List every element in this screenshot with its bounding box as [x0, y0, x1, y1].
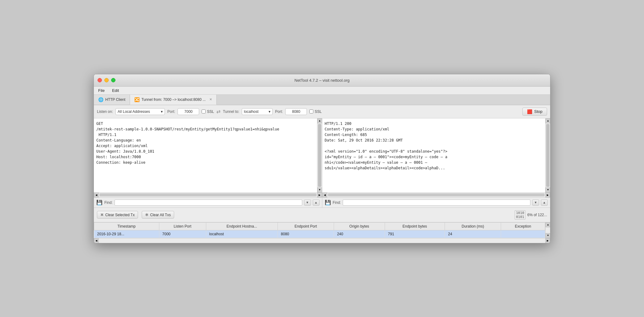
tab-http-client[interactable]: 🌐 HTTP Client: [94, 95, 130, 105]
stop-button[interactable]: 🟥 Stop: [522, 108, 547, 116]
cell-timestamp: 2016-10-29 18...: [94, 230, 159, 238]
window-title: NetTool 4.7.2 – visit nettool.org: [295, 78, 350, 83]
left-vscroll-down[interactable]: ▼: [317, 187, 322, 192]
right-vscroll-down[interactable]: ▼: [546, 187, 550, 192]
cell-duration: 24: [445, 230, 501, 238]
right-find-label: Find:: [333, 200, 341, 205]
right-find-up[interactable]: ▲: [541, 200, 548, 206]
ssl-checkbox-group-right: SSL: [309, 109, 322, 114]
cell-listen-port: 7000: [159, 230, 206, 238]
listen-port-input[interactable]: [178, 108, 199, 115]
table-with-scrollbar: Timestamp Listen Port Endpoint Hostna...…: [94, 222, 550, 238]
tabs-bar: 🌐 HTTP Client 🔀 Tunnel from: 7000 –> loc…: [94, 95, 550, 105]
tunnel-port-label: Port:: [275, 109, 283, 114]
col-duration: Duration (ms): [445, 222, 501, 230]
table-vscroll-down[interactable]: ▼: [546, 233, 550, 238]
menu-file[interactable]: File: [97, 88, 106, 93]
right-hscroll-right[interactable]: ▶: [545, 192, 550, 197]
col-endpoint-bytes: Endpoint bytes: [385, 222, 445, 230]
tunnel-arrows-icon: ⇄: [216, 109, 220, 114]
tunnel-host-select[interactable]: localhost ▾: [242, 108, 273, 115]
right-pane-vscrollbar[interactable]: ▲ ▼: [545, 118, 550, 192]
listen-address-chevron: ▾: [161, 109, 163, 114]
left-vscroll-thumb[interactable]: [318, 124, 321, 187]
table-vscroll-up[interactable]: ▲: [546, 222, 550, 227]
left-find-label: Find:: [104, 200, 113, 205]
clear-all-button[interactable]: ✱ Clear All Txs: [142, 211, 174, 219]
table-row[interactable]: 2016-10-29 18... 7000 localhost 8080 240…: [94, 230, 545, 238]
minimize-button[interactable]: [104, 78, 109, 82]
table-hscroll-track: [99, 238, 545, 243]
right-pane-hscrollbar[interactable]: ◀ ▶: [322, 192, 550, 197]
tunnel-host-chevron: ▾: [269, 109, 270, 114]
ssl-label-left: SSL: [207, 109, 214, 114]
cell-origin-bytes: 240: [334, 230, 385, 238]
tab-http-client-label: HTTP Client: [105, 97, 125, 102]
transactions-table-container: Timestamp Listen Port Endpoint Hostna...…: [94, 222, 545, 238]
ssl-checkbox-left[interactable]: [202, 109, 206, 113]
right-hscroll-left[interactable]: ◀: [322, 192, 327, 197]
col-listen-port: Listen Port: [159, 222, 206, 230]
main-window: NetTool 4.7.2 – visit nettool.org File E…: [94, 74, 550, 243]
left-find-bar: 💾 Find: ▼ ▲: [94, 197, 322, 208]
storage-area: 10100101 6% of 122...: [515, 210, 547, 220]
transactions-table: Timestamp Listen Port Endpoint Hostna...…: [94, 222, 545, 238]
window-controls: [98, 78, 115, 82]
listen-address-value: All Local Addresses: [118, 109, 150, 114]
ssl-checkbox-group-left: SSL: [202, 109, 214, 114]
left-pane-hscrollbar[interactable]: ◀ ▶: [94, 192, 322, 197]
menu-edit[interactable]: Edit: [111, 88, 120, 93]
clear-all-label: Clear All Txs: [150, 213, 171, 217]
right-hscroll-thumb[interactable]: [328, 193, 545, 196]
clear-all-icon: ✱: [145, 212, 148, 217]
right-find-down[interactable]: ▼: [532, 200, 539, 206]
col-origin-bytes: Origin bytes: [334, 222, 385, 230]
tab-tunnel-label: Tunnel from: 7000 –> localhost:8080 ...: [141, 97, 206, 102]
col-endpoint-port: Endpoint Port: [278, 222, 334, 230]
right-find-bar: 💾 Find: ▼ ▲: [322, 197, 550, 208]
right-find-save-icon[interactable]: 💾: [325, 200, 331, 205]
table-hscroll-right[interactable]: ▶: [545, 238, 550, 243]
table-vscrollbar[interactable]: ▲ ▼: [545, 222, 550, 238]
data-icon: 10100101: [515, 210, 525, 220]
left-vscroll-up[interactable]: ▲: [317, 118, 322, 123]
menu-bar: File Edit: [94, 87, 550, 95]
clear-selected-button[interactable]: ✖ Clear Selected Tx: [97, 211, 138, 219]
left-hscroll-left[interactable]: ◀: [94, 192, 99, 197]
left-find-input[interactable]: [115, 200, 302, 206]
close-button[interactable]: [98, 78, 102, 82]
maximize-button[interactable]: [111, 78, 115, 82]
right-find-input[interactable]: [343, 200, 530, 206]
left-find-up[interactable]: ▲: [313, 200, 320, 206]
clear-selected-icon: ✖: [100, 212, 104, 217]
left-pane: GET /mtitek-rest-sample-1.0.0-SNAPSHOT/r…: [94, 118, 322, 208]
stop-icon: 🟥: [527, 109, 532, 114]
right-vscroll-thumb[interactable]: [546, 124, 550, 187]
left-find-down[interactable]: ▼: [304, 200, 311, 206]
right-vscroll-up[interactable]: ▲: [546, 118, 550, 123]
ssl-label-right: SSL: [315, 109, 322, 114]
left-hscroll-right[interactable]: ▶: [317, 192, 322, 197]
table-section: Timestamp Listen Port Endpoint Hostna...…: [94, 222, 550, 243]
cell-endpoint-bytes: 791: [385, 230, 445, 238]
left-hscroll-thumb[interactable]: [99, 193, 316, 196]
right-pane-response: HTTP/1.1 200 Content-Type: application/x…: [325, 121, 543, 171]
tunnel-host-value: localhost: [244, 109, 258, 114]
table-hscrollbar[interactable]: ◀ ▶: [94, 238, 550, 243]
left-find-save-icon[interactable]: 💾: [96, 200, 102, 205]
left-pane-content-area: GET /mtitek-rest-sample-1.0.0-SNAPSHOT/r…: [94, 118, 322, 192]
listen-address-select[interactable]: All Local Addresses ▾: [115, 108, 165, 115]
right-pane-text[interactable]: HTTP/1.1 200 Content-Type: application/x…: [322, 118, 546, 192]
globe-icon: 🌐: [98, 97, 103, 102]
right-pane-content-area: HTTP/1.1 200 Content-Type: application/x…: [322, 118, 550, 192]
tunnel-port-input[interactable]: [285, 108, 307, 115]
cell-endpoint-port: 8080: [278, 230, 334, 238]
ssl-checkbox-right[interactable]: [309, 109, 313, 113]
tab-tunnel[interactable]: 🔀 Tunnel from: 7000 –> localhost:8080 ..…: [130, 95, 217, 105]
tab-close-icon[interactable]: ✕: [209, 97, 212, 101]
right-pane: HTTP/1.1 200 Content-Type: application/x…: [322, 118, 550, 208]
left-pane-vscrollbar[interactable]: ▲ ▼: [317, 118, 322, 192]
left-pane-text[interactable]: GET /mtitek-rest-sample-1.0.0-SNAPSHOT/r…: [94, 118, 317, 192]
listen-port-label: Port:: [167, 109, 175, 114]
table-hscroll-left[interactable]: ◀: [94, 238, 99, 243]
